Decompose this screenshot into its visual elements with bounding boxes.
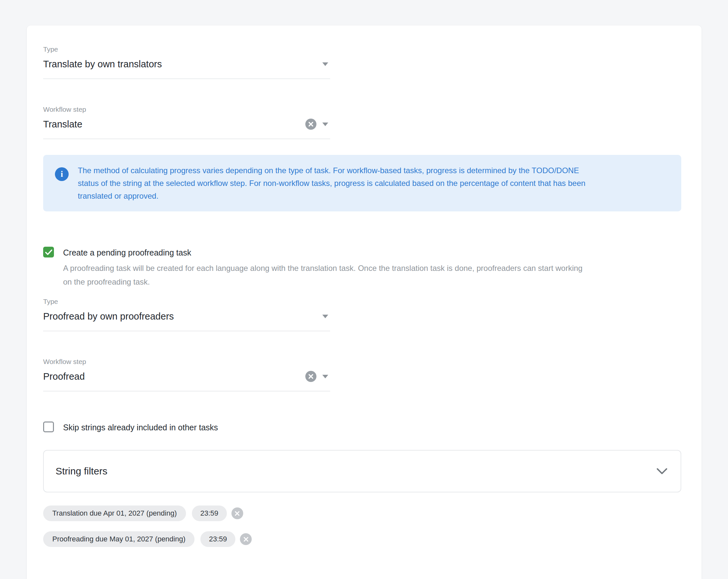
translation-type-value: Translate by own translators [43, 57, 316, 71]
proofread-workflow-label: Workflow step [43, 357, 330, 366]
proofread-type-value: Proofread by own proofreaders [43, 310, 316, 323]
translation-workflow-value: Translate [43, 118, 305, 131]
translation-type-field: Type Translate by own translators [43, 45, 330, 79]
proofread-workflow-value: Proofread [43, 370, 305, 383]
skip-strings-checkbox-label: Skip strings already included in other t… [63, 421, 218, 433]
info-icon: i [55, 167, 69, 181]
string-filters-title: String filters [56, 466, 107, 477]
proofreading-due-row: Proofreading due May 01, 2027 (pending) … [43, 531, 682, 547]
translation-due-row: Translation due Apr 01, 2027 (pending) 2… [43, 505, 682, 521]
skip-strings-checkbox[interactable] [43, 421, 54, 432]
proofread-workflow-select[interactable]: Proofread [43, 370, 330, 391]
chevron-down-icon[interactable] [322, 122, 328, 126]
proofreading-due-time-chip[interactable]: 23:59 [200, 531, 235, 547]
translation-due-time-chip[interactable]: 23:59 [192, 505, 227, 521]
proofread-workflow-field: Workflow step Proofread [43, 357, 330, 391]
progress-info-banner: i The method of calculating progress var… [43, 155, 681, 212]
remove-icon[interactable] [231, 507, 243, 519]
translation-workflow-select[interactable]: Translate [43, 118, 330, 139]
proofreading-checkbox-label: Create a pending proofreading task [63, 247, 191, 258]
chevron-down-icon[interactable] [322, 375, 328, 378]
proofreading-checkbox-description: A proofreading task will be created for … [63, 261, 682, 289]
translation-due-chip[interactable]: Translation due Apr 01, 2027 (pending) [43, 505, 186, 521]
proofread-type-select[interactable]: Proofread by own proofreaders [43, 310, 330, 331]
task-form-card: Type Translate by own translators Workfl… [27, 26, 702, 579]
translation-workflow-label: Workflow step [43, 105, 330, 114]
proofread-type-field: Type Proofread by own proofreaders [43, 297, 330, 331]
string-filters-header[interactable]: String filters [43, 450, 681, 492]
remove-icon[interactable] [240, 533, 252, 545]
chevron-down-icon[interactable] [322, 315, 328, 318]
chevron-down-icon[interactable] [656, 468, 668, 474]
translation-workflow-field: Workflow step Translate [43, 105, 330, 139]
translation-type-select[interactable]: Translate by own translators [43, 57, 330, 79]
chevron-down-icon[interactable] [322, 62, 328, 66]
clear-icon[interactable] [305, 371, 316, 382]
check-icon [45, 249, 52, 255]
skip-strings-checkbox-row: Skip strings already included in other t… [43, 421, 682, 433]
proofreading-due-chip[interactable]: Proofreading due May 01, 2027 (pending) [43, 531, 194, 547]
due-date-chips: Translation due Apr 01, 2027 (pending) 2… [43, 505, 682, 547]
clear-icon[interactable] [305, 119, 316, 130]
proofreading-checkbox-row: Create a pending proofreading task [43, 247, 682, 258]
proofread-type-label: Type [43, 297, 330, 306]
proofreading-checkbox[interactable] [43, 247, 54, 257]
translation-type-label: Type [43, 45, 330, 54]
progress-info-text: The method of calculating progress varie… [78, 164, 586, 202]
